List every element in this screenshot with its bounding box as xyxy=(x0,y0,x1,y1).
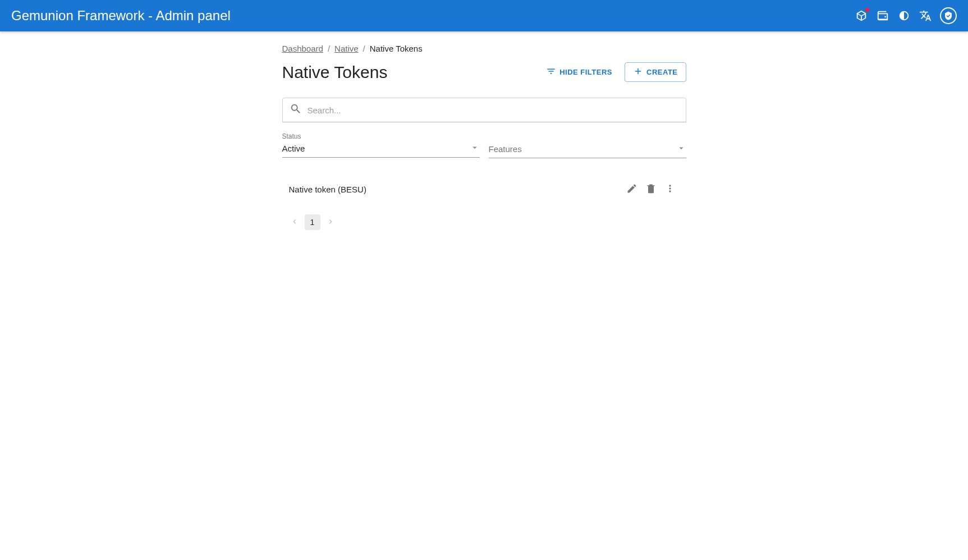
more-button[interactable] xyxy=(660,180,680,199)
list-item: Native token (BESU) xyxy=(282,172,686,206)
search-icon xyxy=(290,103,308,117)
edit-button[interactable] xyxy=(622,180,641,199)
filter-icon xyxy=(546,66,556,78)
status-value: Active xyxy=(282,144,305,153)
page-1-button[interactable]: 1 xyxy=(305,214,320,230)
appbar-actions xyxy=(855,7,957,24)
create-button[interactable]: CREATE xyxy=(625,62,686,82)
token-name: Native token (BESU) xyxy=(289,185,622,194)
hide-filters-button[interactable]: HIDE FILTERS xyxy=(542,63,617,81)
appbar: Gemunion Framework - Admin panel xyxy=(0,0,968,31)
breadcrumb: Dashboard / Native / Native Tokens xyxy=(282,44,686,53)
prev-page-button xyxy=(287,214,302,230)
features-placeholder: Features xyxy=(489,144,522,154)
features-select[interactable]: Features xyxy=(489,132,686,158)
status-label: Status xyxy=(282,132,480,140)
breadcrumb-native[interactable]: Native xyxy=(334,44,359,53)
breadcrumb-dashboard[interactable]: Dashboard xyxy=(282,44,323,53)
dropdown-icon xyxy=(676,143,686,155)
more-vert-icon xyxy=(664,183,676,196)
delete-button[interactable] xyxy=(641,180,660,199)
trash-icon xyxy=(645,183,657,196)
dropdown-icon xyxy=(470,143,480,154)
search-input[interactable] xyxy=(308,105,679,115)
page-title: Native Tokens xyxy=(282,63,542,82)
token-list: Native token (BESU) xyxy=(282,172,686,206)
main-content: Dashboard / Native / Native Tokens Nativ… xyxy=(282,31,686,230)
filters-row: Status Active Features xyxy=(282,132,686,158)
hide-filters-label: HIDE FILTERS xyxy=(559,68,612,76)
next-page-button xyxy=(323,214,338,230)
user-avatar[interactable] xyxy=(940,7,957,24)
create-label: CREATE xyxy=(646,68,677,76)
app-title: Gemunion Framework - Admin panel xyxy=(11,8,855,24)
notification-dot-icon xyxy=(865,8,869,12)
pencil-icon xyxy=(626,183,637,196)
chevron-right-icon xyxy=(326,217,335,228)
title-row: Native Tokens HIDE FILTERS CREATE xyxy=(282,62,686,82)
language-icon[interactable] xyxy=(919,9,932,22)
network-icon[interactable] xyxy=(855,9,868,22)
wallet-icon[interactable] xyxy=(876,9,889,22)
theme-toggle-icon[interactable] xyxy=(897,9,911,22)
status-select[interactable]: Status Active xyxy=(282,132,480,158)
chevron-left-icon xyxy=(290,217,299,228)
breadcrumb-sep: / xyxy=(363,44,365,53)
breadcrumb-sep: / xyxy=(328,44,330,53)
pagination: 1 xyxy=(282,214,686,230)
search-box[interactable] xyxy=(282,98,686,122)
breadcrumb-current: Native Tokens xyxy=(370,44,423,53)
plus-icon xyxy=(633,66,643,78)
